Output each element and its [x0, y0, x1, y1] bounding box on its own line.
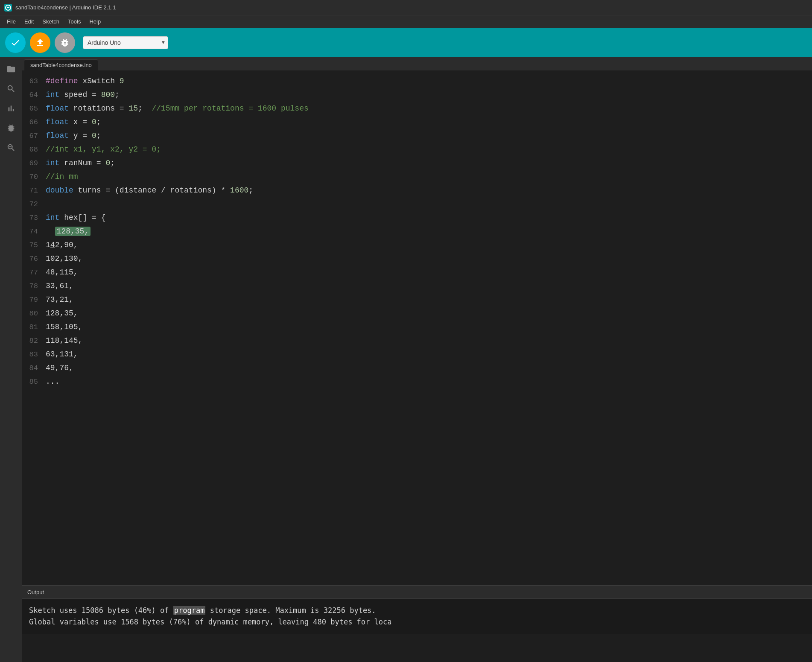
verify-button[interactable]	[5, 32, 26, 53]
board-selector-wrap[interactable]: Arduino Uno ▼	[79, 36, 168, 49]
line-content-64: int speed = 800;	[46, 88, 120, 102]
line-content-77: 48,115,	[46, 265, 78, 279]
code-line-68: 68 //int x1, y1, x2, y2 = 0;	[22, 143, 812, 156]
menu-tools[interactable]: Tools	[64, 17, 84, 26]
code-line-63: 63 #define xSwitch 9	[22, 74, 812, 88]
line-num-65: 65	[22, 102, 46, 116]
line-num-64: 64	[22, 88, 46, 102]
line-num-77: 77	[22, 266, 46, 280]
line-content-63: #define xSwitch 9	[46, 74, 124, 88]
folder-icon[interactable]	[3, 61, 19, 77]
editor-area: sandTable4condense.ino 63 #define xSwitc…	[22, 57, 812, 662]
code-line-65: 65 float rotations = 15; //15mm per rota…	[22, 102, 812, 115]
output-line-2: Global variables use 1568 bytes (76%) of…	[29, 616, 805, 628]
code-line-84: 84 49,76,	[22, 361, 812, 375]
menu-bar: File Edit Sketch Tools Help	[0, 15, 812, 28]
title-bar: sandTable4condense | Arduino IDE 2.1.1	[0, 0, 812, 15]
line-num-70: 70	[22, 170, 46, 184]
board-selector[interactable]: Arduino Uno	[83, 36, 168, 49]
line-content-71: double turns = (distance / rotations) * …	[46, 184, 253, 197]
code-line-77: 77 48,115,	[22, 265, 812, 279]
menu-help[interactable]: Help	[86, 17, 104, 26]
line-content-75: 142,90,	[46, 238, 78, 252]
line-num-72: 72	[22, 198, 46, 211]
line-content-73: int hex[] = {	[46, 211, 105, 225]
line-content-66: float x = 0;	[46, 115, 101, 129]
line-content-70: //in mm	[46, 170, 78, 184]
window-title: sandTable4condense | Arduino IDE 2.1.1	[15, 4, 116, 11]
code-line-75: 75 142,90,	[22, 238, 812, 252]
line-content-74: 128,35,	[46, 225, 91, 238]
magnify-icon[interactable]	[3, 81, 19, 96]
line-num-81: 81	[22, 321, 46, 334]
code-line-67: 67 float y = 0;	[22, 129, 812, 143]
line-num-69: 69	[22, 157, 46, 170]
line-num-82: 82	[22, 334, 46, 348]
line-num-79: 79	[22, 293, 46, 307]
chart-icon[interactable]	[3, 101, 19, 116]
find-replace-icon[interactable]	[3, 140, 19, 155]
output-content: Sketch uses 15086 bytes (46%) of program…	[22, 599, 812, 634]
menu-edit[interactable]: Edit	[21, 17, 37, 26]
toolbar: Arduino Uno ▼	[0, 28, 812, 57]
code-line-83: 83 63,131,	[22, 347, 812, 361]
line-content-68: //int x1, y1, x2, y2 = 0;	[46, 143, 161, 156]
code-line-73: 73 int hex[] = {	[22, 211, 812, 225]
arduino-logo	[4, 4, 12, 12]
debug-button[interactable]	[55, 32, 75, 53]
output-panel: Output Sketch uses 15086 bytes (46%) of …	[22, 585, 812, 662]
code-line-71: 71 double turns = (distance / rotations)…	[22, 184, 812, 197]
line-content-85: ...	[46, 375, 59, 388]
line-content-82: 118,145,	[46, 334, 82, 347]
side-panel	[0, 57, 22, 662]
line-content-78: 33,61,	[46, 279, 73, 293]
code-line-76: 76 102,130,	[22, 252, 812, 265]
code-line-78: 78 33,61,	[22, 279, 812, 293]
line-content-80: 128,35,	[46, 306, 78, 320]
upload-button[interactable]	[30, 32, 50, 53]
code-line-82: 82 118,145,	[22, 334, 812, 347]
code-editor[interactable]: 63 #define xSwitch 9 64 int speed = 800;…	[22, 71, 812, 585]
menu-sketch[interactable]: Sketch	[39, 17, 63, 26]
line-num-67: 67	[22, 129, 46, 143]
code-line-85: 85 ...	[22, 375, 812, 388]
line-num-68: 68	[22, 143, 46, 157]
code-line-74: 74 128,35,	[22, 225, 812, 238]
line-content-79: 73,21,	[46, 293, 73, 306]
code-line-69: 69 int ranNum = 0;	[22, 156, 812, 170]
code-line-66: 66 float x = 0;	[22, 115, 812, 129]
code-line-70: 70 //in mm	[22, 170, 812, 184]
line-content-65: float rotations = 15; //15mm per rotatio…	[46, 102, 309, 115]
code-line-81: 81 158,105,	[22, 320, 812, 334]
menu-file[interactable]: File	[3, 17, 19, 26]
line-num-78: 78	[22, 280, 46, 293]
line-content-69: int ranNum = 0;	[46, 156, 115, 170]
code-line-80: 80 128,35,	[22, 306, 812, 320]
main-layout: sandTable4condense.ino 63 #define xSwitc…	[0, 57, 812, 662]
code-line-64: 64 int speed = 800;	[22, 88, 812, 102]
line-num-71: 71	[22, 184, 46, 198]
line-content-81: 158,105,	[46, 320, 82, 334]
line-content-84: 49,76,	[46, 361, 73, 375]
file-tab-main[interactable]: sandTable4condense.ino	[24, 59, 98, 70]
line-num-75: 75	[22, 239, 46, 252]
code-line-72: 72	[22, 197, 812, 211]
line-num-80: 80	[22, 307, 46, 321]
line-num-83: 83	[22, 348, 46, 362]
line-num-84: 84	[22, 362, 46, 375]
debug-side-icon[interactable]	[3, 120, 19, 136]
program-highlight: program	[173, 606, 206, 615]
code-line-79: 79 73,21,	[22, 293, 812, 306]
line-content-83: 63,131,	[46, 347, 78, 361]
line-num-63: 63	[22, 75, 46, 88]
line-content-67: float y = 0;	[46, 129, 101, 143]
line-num-76: 76	[22, 252, 46, 266]
line-content-72	[46, 197, 50, 211]
line-num-73: 73	[22, 211, 46, 225]
line-content-76: 102,130,	[46, 252, 82, 265]
output-tab[interactable]: Output	[27, 589, 44, 595]
output-header: Output	[22, 586, 812, 599]
line-num-66: 66	[22, 116, 46, 129]
line-num-85: 85	[22, 375, 46, 389]
file-tabs: sandTable4condense.ino	[22, 57, 812, 71]
